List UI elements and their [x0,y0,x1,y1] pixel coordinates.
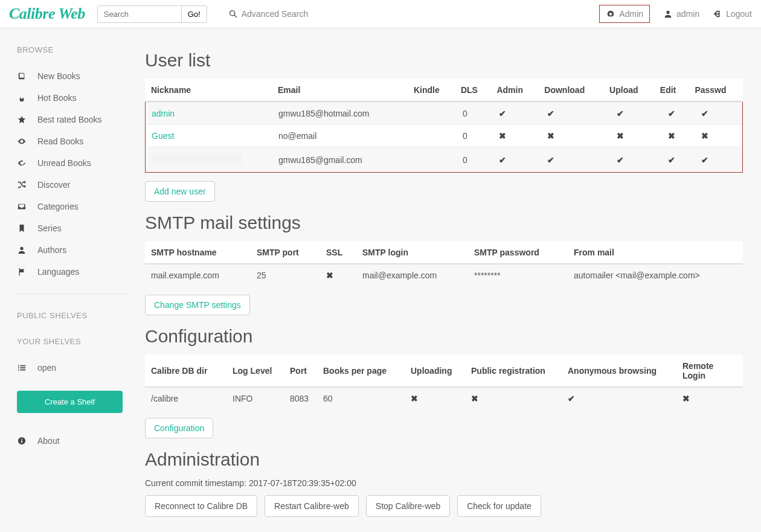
config-title: Configuration [145,326,743,347]
sidebar-item-hot-books[interactable]: Hot Books [17,87,127,109]
navbar: Calibre Web Go! Advanced Search Admin ad… [0,0,761,28]
change-smtp-button[interactable]: Change SMTP settings [145,295,250,315]
fire-icon [17,94,27,102]
config-uploading [405,387,465,409]
stop-button[interactable]: Stop Calibre-web [366,495,450,517]
check-icon [499,109,506,118]
th-passwd: Passwd [689,79,743,101]
sidebar-item-open-shelf[interactable]: open [17,357,127,379]
sidebar-item-unread-books[interactable]: Unread Books [17,152,127,174]
sidebar-item-label: Read Books [37,136,83,146]
sidebar-item-label: Hot Books [37,93,77,103]
list-icon [17,364,27,372]
th-smtp-login: SMTP login [356,242,468,264]
logout-icon [713,10,722,18]
nav-right: Admin admin Logout [599,5,752,23]
sidebar-item-authors[interactable]: Authors [17,239,127,261]
your-shelves-title: YOUR SHELVES [17,337,127,346]
config-row: /calibre INFO 8083 60 [145,387,743,409]
sidebar-item-new-books[interactable]: New Books [17,65,127,87]
cross-icon [326,271,333,280]
browse-title: BROWSE [17,45,127,54]
config-remote [676,387,743,409]
table-row[interactable]: gmwu185@gmail.com0 [146,147,742,173]
smtp-password: ******** [468,264,568,286]
check-icon [617,109,624,118]
search-icon [228,10,238,18]
th-kindle: Kindle [408,79,455,101]
th-anon: Anonymous browsing [562,355,676,387]
table-row[interactable]: admingmwu185@hotmail.com0 [146,103,742,125]
th-smtp-ssl: SSL [320,242,356,264]
cross-icon [617,131,624,141]
restart-button[interactable]: Restart Calibre-web [265,495,359,517]
sidebar: BROWSE New Books Hot Books Best rated Bo… [0,28,127,532]
config-bpp: 60 [317,387,405,409]
th-admin: Admin [490,79,538,101]
sidebar-item-label: Authors [37,245,66,255]
smtp-table: SMTP hostname SMTP port SSL SMTP login S… [145,242,743,286]
reconnect-button[interactable]: Reconnect to Calibre DB [145,495,257,517]
user-nickname-link[interactable]: Guest [152,131,174,141]
create-shelf-button[interactable]: Create a Shelf [17,391,123,413]
sidebar-item-label: Unread Books [37,158,91,168]
smtp-hostname: mail.example.com [145,264,251,286]
smtp-from: automailer <mail@example.com> [568,264,743,286]
sidebar-item-discover[interactable]: Discover [17,174,127,196]
table-row[interactable]: Guestno@email0 [146,125,742,147]
bookmark-icon [17,224,27,232]
sidebar-item-series[interactable]: Series [17,217,127,239]
check-icon [668,155,675,165]
th-smtp-port: SMTP port [251,242,320,264]
config-anon [562,387,676,409]
smtp-row: mail.example.com 25 mail@example.com ***… [145,264,743,286]
th-email: Email [272,79,408,101]
search-go-button[interactable]: Go! [182,5,207,23]
user-nickname-link[interactable]: admin [152,109,175,118]
sidebar-item-label: About [37,436,60,446]
user-link[interactable]: admin [663,9,699,19]
cross-icon [682,394,690,403]
smtp-title: SMTP mail settings [145,213,743,233]
check-icon [701,109,708,118]
check-icon [668,109,675,118]
sidebar-item-categories[interactable]: Categories [17,196,127,217]
public-shelves-title: PUBLIC SHELVES [17,311,127,320]
advanced-search-link[interactable]: Advanced Search [228,9,309,19]
cross-icon [701,131,708,141]
book-icon [17,72,27,80]
inbox-icon [17,202,27,211]
config-loglevel: INFO [226,387,284,409]
user-table: Nickname Email Kindle DLS Admin Download… [145,79,743,102]
divider [17,293,127,294]
check-update-button[interactable]: Check for update [457,495,541,517]
cross-icon [471,394,478,403]
dashboard-icon [606,10,615,18]
check-icon [547,109,554,118]
user-table-body: admingmwu185@hotmail.com0Guestno@email0g… [146,102,742,172]
sidebar-item-about[interactable]: About [17,430,127,452]
sidebar-item-label: New Books [37,71,80,81]
th-smtp-hostname: SMTP hostname [145,242,251,264]
sidebar-item-best-rated[interactable]: Best rated Books [17,109,127,130]
th-dls: DLS [455,79,491,101]
smtp-port: 25 [251,264,320,286]
smtp-ssl [320,264,356,286]
sidebar-item-label: Series [37,223,62,233]
th-upload: Upload [603,79,654,101]
cross-icon [668,131,675,141]
admin-link-label: Admin [619,9,643,19]
user-link-label: admin [676,9,699,19]
logout-link[interactable]: Logout [713,9,752,19]
brand-logo[interactable]: Calibre Web [9,5,85,23]
main-content: User list Nickname Email Kindle DLS Admi… [127,28,761,532]
admin-link[interactable]: Admin [599,5,650,23]
sidebar-item-read-books[interactable]: Read Books [17,130,127,152]
commit-timestamp: Current commit timestamp: 2017-07-18T20:… [145,478,743,488]
flag-icon [17,268,27,276]
search-input[interactable] [97,5,182,23]
sidebar-item-languages[interactable]: Languages [17,261,127,283]
check-icon [568,394,575,403]
add-user-button[interactable]: Add new user [145,181,215,202]
configuration-button[interactable]: Configuration [145,418,213,438]
